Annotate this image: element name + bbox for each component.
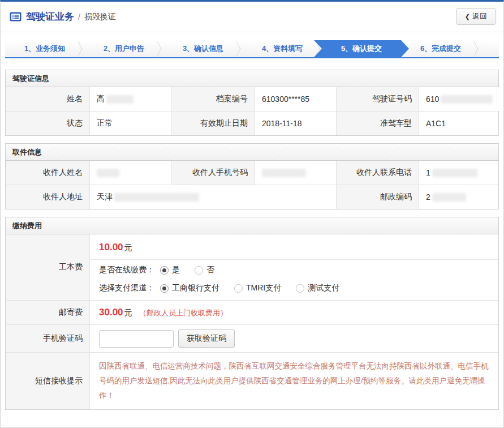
table-row: 收件人地址 天津 邮政编码 2	[6, 185, 498, 209]
file-no-value: 610300****85	[255, 87, 337, 111]
table-row: 姓名 高 档案编号 610300****85 驾驶证号码 610	[6, 87, 498, 111]
postal-code-value: 2	[419, 185, 498, 209]
recipient-phone-value: 1	[419, 161, 498, 185]
sms-code-input[interactable]	[99, 330, 174, 348]
production-fee-amount-line: 10.00元	[90, 234, 498, 259]
sms-notice-text: 因陕西省联通、电信运营商技术问题，陕西省互联网交通安全综合服务管理平台无法向持陕…	[90, 353, 498, 409]
postage-fee-label: 邮寄费	[6, 301, 89, 324]
status-value: 正常	[89, 112, 171, 135]
fees-title: 缴纳费用	[6, 217, 498, 234]
pickup-info-title: 取件信息	[6, 144, 498, 161]
step-2-user-declaration[interactable]: 2、用户申告	[84, 40, 163, 57]
get-code-button[interactable]: 获取验证码	[178, 329, 235, 348]
header: 驾驶证业务 / 损毁换证 ❮ 返回	[1, 2, 503, 32]
expiry-value: 2018-11-18	[255, 112, 337, 135]
file-no-label: 档案编号	[171, 87, 255, 111]
sms-notice-label: 短信接收提示	[6, 353, 89, 409]
fees-section: 缴纳费用 工本费 10.00元 是否在线缴费： 是 否	[5, 217, 499, 410]
recipient-name-label: 收件人姓名	[6, 161, 89, 185]
radio-selected-icon	[160, 266, 169, 275]
recipient-mobile-label: 收件人手机号码	[171, 161, 255, 185]
step-3-confirm-info[interactable]: 3、确认信息	[163, 40, 243, 57]
redaction	[432, 169, 477, 177]
page: 驾驶证业务 / 损毁换证 ❮ 返回 1、业务须知 2、用户申告 3、确认信息 4…	[0, 0, 504, 428]
recipient-name-value	[89, 161, 171, 185]
name-label: 姓名	[6, 87, 89, 111]
sms-notice-content: 因陕西省联通、电信运营商技术问题，陕西省互联网交通安全综合服务管理平台无法向持陕…	[89, 353, 498, 409]
sms-code-row: 手机验证码 获取验证码	[6, 324, 498, 352]
recipient-mobile-value	[255, 161, 337, 185]
expiry-label: 有效期止日期	[171, 112, 255, 135]
production-fee-amount: 10.00	[99, 242, 123, 252]
step-4-fill-data[interactable]: 4、资料填写	[243, 40, 322, 57]
radio-label: 否	[206, 265, 214, 275]
radio-label: TMRI支付	[246, 283, 281, 293]
sms-notice-row: 短信接收提示 因陕西省联通、电信运营商技术问题，陕西省互联网交通安全综合服务管理…	[6, 352, 498, 409]
redaction	[106, 95, 133, 104]
radio-selected-icon	[160, 284, 169, 293]
back-button-label: 返回	[472, 11, 487, 22]
vehicle-class-label: 准驾车型	[337, 112, 419, 135]
redaction	[432, 193, 466, 202]
breadcrumb-separator: /	[78, 12, 80, 22]
license-info-title: 驾驶证信息	[6, 70, 498, 87]
radio-option-online-no[interactable]: 否	[195, 265, 214, 275]
table-row: 状态 正常 有效期止日期 2018-11-18 准驾车型 A1C1	[6, 111, 498, 135]
postage-fee-amount: 30.00	[99, 307, 123, 318]
step-6-complete-submit[interactable]: 6、完成提交	[401, 40, 480, 57]
vehicle-class-value: A1C1	[419, 112, 498, 135]
recipient-phone-label: 收件人联系电话	[337, 161, 419, 185]
chevron-left-icon: ❮	[465, 13, 470, 20]
postage-fee-amount-line: 30.00元 （邮政人员上门收取费用）	[90, 301, 498, 324]
sms-code-content: 获取验证码	[89, 325, 498, 352]
step-bar-filler	[480, 40, 499, 57]
postal-code-label: 邮政编码	[337, 185, 419, 209]
step-bar: 1、业务须知 2、用户申告 3、确认信息 4、资料填写 5、确认提交 6、完成提…	[5, 40, 499, 58]
radio-option-icbc-pay[interactable]: 工商银行支付	[160, 283, 219, 293]
radio-label: 测试支付	[308, 283, 339, 293]
sms-code-label: 手机验证码	[6, 325, 89, 352]
back-button[interactable]: ❮ 返回	[456, 8, 496, 25]
redaction	[262, 169, 306, 177]
production-fee-unit: 元	[124, 243, 132, 252]
online-pay-question-line: 是否在线缴费： 是 否	[90, 260, 498, 278]
radio-unselected-icon	[296, 284, 304, 293]
radio-option-test-pay[interactable]: 测试支付	[296, 283, 339, 293]
postage-fee-note: （邮政人员上门收取费用）	[139, 309, 227, 317]
status-label: 状态	[6, 112, 89, 135]
name-value: 高	[89, 87, 171, 111]
recipient-address-label: 收件人地址	[6, 185, 89, 209]
radio-label: 是	[172, 265, 180, 275]
pay-channel-question-line: 选择支付渠道： 工商银行支付 TMRI支付 测试支付	[90, 278, 498, 300]
redaction	[441, 95, 493, 104]
radio-option-online-yes[interactable]: 是	[160, 265, 180, 275]
table-row: 收件人姓名 收件人手机号码 收件人联系电话 1	[6, 161, 498, 185]
radio-unselected-icon	[195, 266, 203, 275]
redaction	[114, 193, 199, 202]
license-info-section: 驾驶证信息 姓名 高 档案编号 610300****85 驾驶证号码 610 状…	[5, 70, 499, 136]
redaction	[97, 169, 119, 177]
page-title: 驾驶证业务	[26, 10, 74, 23]
license-no-label: 驾驶证号码	[337, 87, 419, 111]
postage-fee-row: 邮寄费 30.00元 （邮政人员上门收取费用）	[6, 300, 498, 324]
footer: 上一步 完成	[1, 417, 503, 428]
online-pay-question: 是否在线缴费：	[99, 265, 154, 275]
postage-fee-content: 30.00元 （邮政人员上门收取费用）	[89, 301, 498, 324]
radio-label: 工商银行支付	[172, 283, 219, 293]
pickup-info-section: 取件信息 收件人姓名 收件人手机号码 收件人联系电话 1 收件人地址 天津	[5, 143, 499, 209]
radio-option-tmri-pay[interactable]: TMRI支付	[234, 283, 281, 293]
list-icon	[10, 12, 21, 22]
production-fee-content: 10.00元 是否在线缴费： 是 否 选择支付渠道：	[89, 234, 498, 300]
production-fee-label: 工本费	[6, 234, 89, 300]
recipient-address-value: 天津	[89, 185, 337, 209]
step-1-business-notice[interactable]: 1、业务须知	[5, 40, 84, 57]
step-5-confirm-submit[interactable]: 5、确认提交	[314, 40, 409, 57]
license-no-value: 610	[419, 87, 499, 111]
breadcrumb-current: 损毁换证	[84, 12, 116, 22]
pay-channel-question: 选择支付渠道：	[99, 283, 154, 293]
production-fee-row: 工本费 10.00元 是否在线缴费： 是 否	[6, 234, 498, 300]
postage-fee-unit: 元	[124, 308, 132, 317]
radio-unselected-icon	[234, 284, 243, 293]
